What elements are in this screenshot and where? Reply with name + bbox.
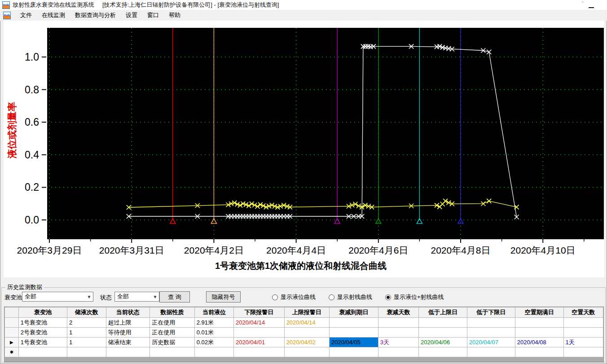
table-cell[interactable]: 2020/04/05: [329, 338, 378, 347]
table-cell[interactable]: 2020/04/08: [515, 338, 563, 347]
table-cell[interactable]: [563, 347, 603, 357]
table-cell[interactable]: [284, 328, 329, 338]
table-cell[interactable]: 0.01米: [194, 328, 233, 338]
hide-symbols-button[interactable]: 隐藏符号: [206, 291, 241, 303]
column-header[interactable]: 空置期满日: [515, 307, 563, 318]
status-label: 状态: [100, 294, 112, 302]
table-cell[interactable]: 1号衰变池: [18, 318, 67, 328]
table-cell[interactable]: [234, 328, 285, 338]
table-cell[interactable]: 储液结束: [106, 338, 150, 347]
column-header[interactable]: 当前状态: [106, 307, 150, 318]
table-cell[interactable]: [515, 318, 563, 328]
radio-level-curve[interactable]: 显示液位曲线: [272, 293, 316, 301]
menu-item-help[interactable]: 帮助: [164, 10, 185, 21]
column-header[interactable]: 空置天数: [563, 307, 603, 318]
table-cell[interactable]: [284, 347, 329, 357]
table-cell[interactable]: [18, 347, 67, 357]
table-cell[interactable]: [418, 318, 467, 328]
app-logo-icon: RnRi: [2, 1, 10, 9]
table-cell[interactable]: [106, 347, 150, 357]
column-header[interactable]: 下限报警日: [234, 307, 285, 318]
minimize-button[interactable]: [589, 7, 594, 8]
column-header[interactable]: 数据性质: [150, 307, 195, 318]
column-header[interactable]: 当前液位: [194, 307, 233, 318]
row-selector-cell[interactable]: [5, 328, 19, 338]
table-cell[interactable]: [234, 347, 285, 357]
table-cell[interactable]: 2020/04/02: [284, 338, 329, 347]
table-cell[interactable]: [515, 328, 563, 338]
svg-text:2020年3月31日: 2020年3月31日: [99, 245, 164, 255]
pool-select-value: 全部: [25, 293, 36, 301]
table-cell[interactable]: [563, 328, 603, 338]
table-cell[interactable]: [329, 318, 378, 328]
new-row-indicator[interactable]: ✱: [5, 347, 19, 357]
app-window: { "title_bar": { "app": "放射性废水衰变池在线监测系统"…: [0, 0, 607, 364]
chevron-down-icon: ▼: [85, 294, 93, 299]
svg-text:2020年4月6日: 2020年4月6日: [348, 245, 408, 255]
table-cell[interactable]: 1号衰变池: [18, 338, 67, 347]
table-cell[interactable]: 3天: [378, 338, 418, 347]
table-cell[interactable]: [418, 328, 467, 338]
history-panel: 历史监测数据 衰变池 全部 ▼ 状态 全部 ▼ 查 询 隐藏符号 显示液位曲线显…: [1, 287, 606, 363]
table-cell[interactable]: [563, 318, 603, 328]
table-cell[interactable]: 1天: [563, 338, 603, 347]
table-cell[interactable]: 正在使用: [150, 328, 195, 338]
svg-text:2020年3月29日: 2020年3月29日: [17, 245, 82, 255]
table-cell[interactable]: 2.91米: [194, 318, 233, 328]
query-button[interactable]: 查 询: [159, 291, 190, 303]
table-cell[interactable]: [329, 347, 378, 357]
table-cell[interactable]: [378, 318, 418, 328]
radio-circle-icon: [272, 294, 278, 300]
table-cell[interactable]: [378, 328, 418, 338]
column-header[interactable]: 衰减到期日: [329, 307, 378, 318]
column-header[interactable]: 衰变池: [18, 307, 67, 318]
table-cell[interactable]: [418, 347, 467, 357]
table-cell[interactable]: 历史数据: [150, 338, 195, 347]
menu-item-file[interactable]: 文件: [15, 10, 37, 21]
column-header[interactable]: 储液次数: [67, 307, 106, 318]
table-cell[interactable]: [378, 347, 418, 357]
table-cell[interactable]: 正在使用: [150, 318, 195, 328]
table-cell[interactable]: 2020/04/01: [234, 338, 285, 347]
menu-item-data-query-analysis[interactable]: 数据查询与分析: [70, 10, 121, 21]
table-cell[interactable]: 2020/04/14: [284, 318, 329, 328]
window-title: 放射性废水衰变池在线监测系统: [13, 1, 94, 9]
table-cell[interactable]: 等待使用: [106, 328, 150, 338]
table-cell[interactable]: [467, 328, 515, 338]
curve-display-radio-group: 显示液位曲线显示射线曲线显示液位+射线曲线: [272, 293, 444, 301]
table-cell[interactable]: 1: [67, 338, 106, 347]
row-selector-cell[interactable]: ▶: [5, 338, 19, 347]
table-cell[interactable]: [329, 328, 378, 338]
table-cell[interactable]: 2020/04/07: [467, 338, 515, 347]
table-cell[interactable]: 0.02米: [194, 338, 233, 347]
column-header[interactable]: 衰减天数: [378, 307, 418, 318]
table-cell[interactable]: 2020/04/06: [418, 338, 467, 347]
pool-select[interactable]: 全部 ▼: [22, 292, 93, 302]
chart-canvas: 0.00.20.40.60.81.02020年3月29日2020年3月31日20…: [4, 21, 604, 277]
menu-bar-items: 文件在线监测数据查询与分析设置窗口帮助: [15, 10, 185, 21]
column-header[interactable]: 低于上限日: [418, 307, 467, 318]
close-icon[interactable]: ✕: [581, 0, 585, 4]
table-cell[interactable]: 2: [67, 318, 106, 328]
row-selector-cell[interactable]: [5, 318, 19, 328]
menu-item-settings[interactable]: 设置: [121, 10, 142, 21]
table-cell[interactable]: [67, 347, 106, 357]
table-cell[interactable]: 1: [67, 328, 106, 338]
table-cell[interactable]: [467, 347, 515, 357]
menu-item-window[interactable]: 窗口: [142, 10, 164, 21]
menu-bar: RnRi 文件在线监测数据查询与分析设置窗口帮助: [0, 10, 607, 21]
menu-item-online-monitoring[interactable]: 在线监测: [37, 10, 70, 21]
radio-level-ray-curve[interactable]: 显示液位+射线曲线: [385, 293, 444, 301]
history-panel-title: 历史监测数据: [5, 283, 44, 291]
table-cell[interactable]: [194, 347, 233, 357]
table-cell[interactable]: [467, 318, 515, 328]
table-cell[interactable]: 超过上限: [106, 318, 150, 328]
column-header[interactable]: 上限报警日: [284, 307, 329, 318]
table-cell[interactable]: 2020/04/14: [234, 318, 285, 328]
table-cell[interactable]: 2号衰变池: [18, 328, 67, 338]
status-select[interactable]: 全部 ▼: [114, 292, 159, 302]
table-cell[interactable]: [515, 347, 563, 357]
radio-ray-curve[interactable]: 显示射线曲线: [329, 293, 372, 301]
column-header[interactable]: 低于下限日: [467, 307, 515, 318]
table-cell[interactable]: [150, 347, 195, 357]
